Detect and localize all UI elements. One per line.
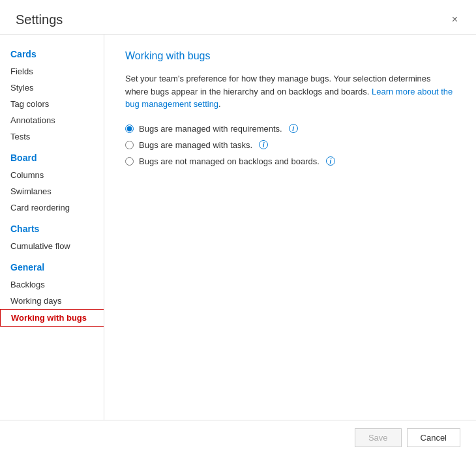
close-button[interactable]: × <box>447 12 463 27</box>
sidebar-item-fields[interactable]: Fields <box>0 63 104 80</box>
sidebar-item-cumulative-flow[interactable]: Cumulative flow <box>0 238 104 254</box>
info-icon-none[interactable]: i <box>326 156 335 166</box>
radio-tasks-label: Bugs are managed with tasks. <box>139 140 252 150</box>
sidebar: Cards Fields Styles Tag colors Annotatio… <box>0 35 104 420</box>
description: Set your team's preference for how they … <box>125 72 455 111</box>
description-text-part2: . <box>218 99 221 109</box>
dialog-title: Settings <box>16 12 63 27</box>
sidebar-section-board: Board <box>0 145 104 167</box>
sidebar-section-cards: Cards <box>0 41 104 63</box>
dialog-footer: Save Cancel <box>0 420 476 455</box>
sidebar-item-styles[interactable]: Styles <box>0 80 104 96</box>
sidebar-section-charts: Charts <box>0 216 104 238</box>
radio-item-tasks[interactable]: Bugs are managed with tasks. i <box>125 140 455 150</box>
sidebar-item-columns[interactable]: Columns <box>0 167 104 183</box>
radio-none-label: Bugs are not managed on backlogs and boa… <box>139 156 320 166</box>
radio-item-none[interactable]: Bugs are not managed on backlogs and boa… <box>125 156 455 166</box>
sidebar-item-backlogs[interactable]: Backlogs <box>0 276 104 293</box>
radio-requirements-label: Bugs are managed with requirements. <box>139 124 282 134</box>
sidebar-item-swimlanes[interactable]: Swimlanes <box>0 183 104 199</box>
main-content: Working with bugs Set your team's prefer… <box>104 35 476 420</box>
radio-none[interactable] <box>125 157 134 166</box>
settings-dialog: Settings × Cards Fields Styles Tag color… <box>0 0 476 455</box>
sidebar-item-working-with-bugs[interactable]: Working with bugs <box>0 309 104 327</box>
cancel-button[interactable]: Cancel <box>407 428 460 447</box>
radio-group: Bugs are managed with requirements. i Bu… <box>125 124 455 166</box>
sidebar-item-tag-colors[interactable]: Tag colors <box>0 96 104 112</box>
radio-tasks[interactable] <box>125 141 134 149</box>
sidebar-item-annotations[interactable]: Annotations <box>0 112 104 128</box>
info-icon-tasks[interactable]: i <box>259 140 268 149</box>
dialog-header: Settings × <box>0 0 476 34</box>
sidebar-item-card-reordering[interactable]: Card reordering <box>0 199 104 216</box>
sidebar-section-general: General <box>0 254 104 276</box>
sidebar-item-tests[interactable]: Tests <box>0 128 104 145</box>
section-title: Working with bugs <box>125 50 455 62</box>
sidebar-item-working-days[interactable]: Working days <box>0 293 104 309</box>
info-icon-requirements[interactable]: i <box>289 124 298 133</box>
radio-item-requirements[interactable]: Bugs are managed with requirements. i <box>125 124 455 134</box>
dialog-body: Cards Fields Styles Tag colors Annotatio… <box>0 34 476 420</box>
save-button[interactable]: Save <box>355 428 402 447</box>
radio-requirements[interactable] <box>125 125 134 133</box>
